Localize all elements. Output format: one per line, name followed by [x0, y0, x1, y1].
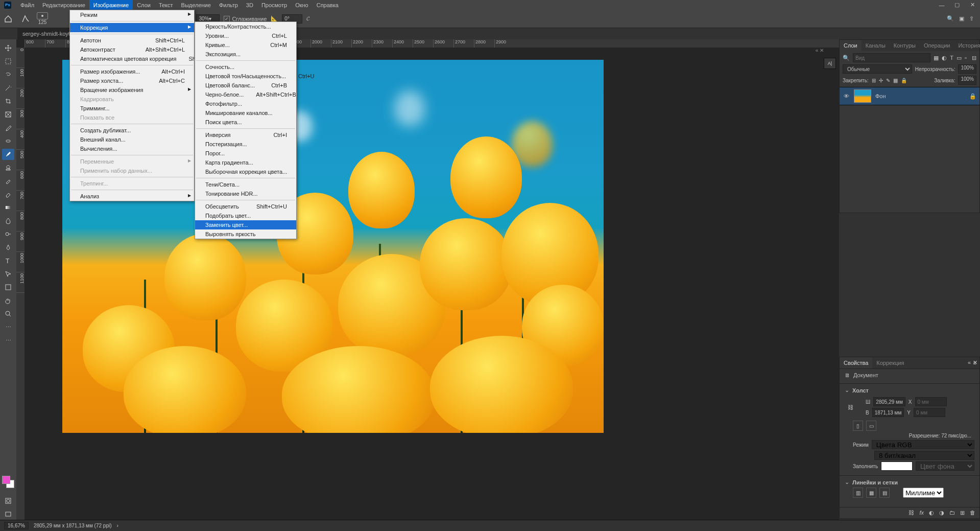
lock-pos-icon[interactable]: ✢: [879, 78, 883, 83]
screenmode-tool[interactable]: [2, 509, 14, 520]
menu-item[interactable]: Создать дубликат...: [70, 126, 194, 135]
pressure-icon[interactable]: 𝓒: [306, 15, 309, 22]
menu-item[interactable]: АвтоконтрастAlt+Shift+Ctrl+L: [70, 45, 194, 54]
delete-icon[interactable]: 🗑: [970, 510, 975, 516]
menu-item[interactable]: Порог...: [195, 149, 296, 158]
crop-tool[interactable]: [2, 96, 14, 107]
menu-item[interactable]: Выровнять яркость: [195, 229, 296, 239]
layer-search-input[interactable]: [853, 53, 930, 62]
menu-item[interactable]: Размер изображения...Alt+Ctrl+I: [70, 67, 194, 76]
menu-item[interactable]: ИнверсияCtrl+I: [195, 130, 296, 140]
brush-preset[interactable]: 125: [37, 12, 48, 25]
orient-landscape[interactable]: ▭: [866, 421, 876, 431]
menu-item[interactable]: Вращение изображения: [70, 85, 194, 95]
height-field[interactable]: 1871,13 мм: [872, 408, 904, 417]
mask-icon[interactable]: ◐: [929, 510, 934, 516]
menu-item[interactable]: Анализ: [70, 192, 194, 201]
width-field[interactable]: 2805,29 мм: [873, 397, 905, 406]
layer-row[interactable]: 👁 Фон 🔒: [840, 87, 979, 105]
visibility-icon[interactable]: 👁: [843, 93, 850, 99]
pen-tool[interactable]: [2, 242, 14, 253]
eyedropper-tool[interactable]: [2, 122, 14, 133]
filter-shape-icon[interactable]: ▭: [957, 55, 962, 61]
close-panel-icon[interactable]: ✕: [973, 359, 977, 366]
eraser-tool[interactable]: [2, 189, 14, 200]
gradient-tool[interactable]: [2, 202, 14, 213]
menu-просмотр[interactable]: Просмотр: [257, 0, 291, 10]
lock-lock-icon[interactable]: 🔒: [901, 78, 907, 83]
panel-tab-0[interactable]: Слои: [840, 40, 862, 51]
filter-smart-icon[interactable]: ▫: [965, 55, 967, 61]
close-ruler-icon[interactable]: « ✕: [816, 48, 824, 53]
filter-toggle[interactable]: ⊟: [972, 55, 976, 61]
move-tool[interactable]: [2, 42, 14, 54]
type-tool[interactable]: T: [2, 255, 14, 266]
menu-слои[interactable]: Слои: [133, 0, 155, 10]
collapse-icon[interactable]: «: [968, 359, 971, 366]
menu-фильтр[interactable]: Фильтр: [215, 0, 242, 10]
shape-tool[interactable]: [2, 282, 14, 293]
menu-item[interactable]: Режим: [70, 10, 194, 19]
menu-3d[interactable]: 3D: [242, 0, 257, 10]
color-swatches[interactable]: [2, 476, 14, 488]
heal-tool[interactable]: [2, 135, 14, 147]
tab-properties[interactable]: Свойства: [840, 357, 872, 368]
chevron-down-icon[interactable]: ⌄: [845, 479, 849, 486]
menu-окно[interactable]: Окно: [291, 0, 313, 10]
grid-icon[interactable]: ▦: [866, 488, 876, 498]
frame-tool[interactable]: [2, 109, 14, 120]
hand-tool[interactable]: [2, 295, 14, 306]
lock-fill-icon[interactable]: ▦: [893, 78, 898, 83]
orient-portrait[interactable]: ▯: [853, 421, 863, 431]
bit-depth-dropdown[interactable]: 8 бит/канал: [874, 451, 974, 460]
y-field[interactable]: 0 мм: [914, 408, 945, 417]
menu-item[interactable]: Цветовой тон/Насыщенность...Ctrl+U: [195, 72, 296, 81]
edit-toolbar[interactable]: ⋯: [2, 335, 14, 346]
history-brush-tool[interactable]: [2, 175, 14, 187]
minimize-button[interactable]: —: [934, 0, 949, 10]
menu-item[interactable]: Размер холста...Alt+Ctrl+C: [70, 76, 194, 85]
filter-pixel-icon[interactable]: ▦: [934, 55, 939, 61]
menu-файл[interactable]: Файл: [16, 0, 38, 10]
menu-item[interactable]: Заменить цвет...: [195, 220, 296, 229]
fill-dropdown[interactable]: Цвет фона: [916, 461, 974, 471]
fg-color[interactable]: [2, 476, 10, 484]
link-layers-icon[interactable]: ⛓: [909, 510, 914, 516]
fill-value[interactable]: 100%: [958, 76, 976, 85]
menu-item[interactable]: Экспозиция...: [195, 50, 296, 59]
panel-tab-2[interactable]: Контуры: [890, 40, 920, 51]
wand-tool[interactable]: [2, 82, 14, 94]
workspace-icon[interactable]: ▣: [959, 15, 964, 22]
panel-tab-1[interactable]: Каналы: [862, 40, 890, 51]
menu-item[interactable]: Фотофильтр...: [195, 99, 296, 108]
menu-item[interactable]: Тени/Света...: [195, 180, 296, 189]
zoom-field[interactable]: 16,67%: [4, 522, 29, 529]
menu-item[interactable]: Сочность...: [195, 62, 296, 72]
menu-item[interactable]: Карта градиента...: [195, 158, 296, 167]
menu-редактирование[interactable]: Редактирование: [38, 0, 89, 10]
marquee-tool[interactable]: [2, 56, 14, 67]
color-mode-dropdown[interactable]: Цвета RGB: [872, 440, 974, 449]
menu-item[interactable]: Микширование каналов...: [195, 108, 296, 118]
menu-item[interactable]: Подобрать цвет...: [195, 211, 296, 220]
maximize-button[interactable]: ▢: [949, 0, 965, 10]
menu-item[interactable]: Цветовой баланс...Ctrl+B: [195, 81, 296, 90]
opacity-value[interactable]: 100%: [958, 64, 976, 74]
menu-item[interactable]: Яркость/Контрастность...: [195, 22, 296, 31]
menu-item[interactable]: Кривые...Ctrl+M: [195, 40, 296, 50]
layer-name[interactable]: Фон: [875, 93, 886, 99]
quickmask-tool[interactable]: [2, 495, 14, 506]
ruler-icon[interactable]: ▥: [853, 488, 863, 498]
menu-item[interactable]: ОбесцветитьShift+Ctrl+U: [195, 202, 296, 211]
share-icon[interactable]: ⇪: [969, 15, 974, 22]
menu-текст[interactable]: Текст: [155, 0, 177, 10]
guides-icon[interactable]: ▤: [879, 488, 890, 498]
tab-correction[interactable]: Коррекция: [872, 357, 908, 368]
home-button[interactable]: [2, 13, 14, 25]
blend-mode-dropdown[interactable]: Обычные: [843, 64, 912, 74]
menu-item[interactable]: Постеризация...: [195, 140, 296, 149]
chevron-down-icon[interactable]: ⌄: [845, 387, 849, 394]
x-field[interactable]: 0 мм: [915, 397, 947, 406]
lasso-tool[interactable]: [2, 69, 14, 80]
menu-item[interactable]: Черно-белое...Alt+Shift+Ctrl+B: [195, 90, 296, 99]
